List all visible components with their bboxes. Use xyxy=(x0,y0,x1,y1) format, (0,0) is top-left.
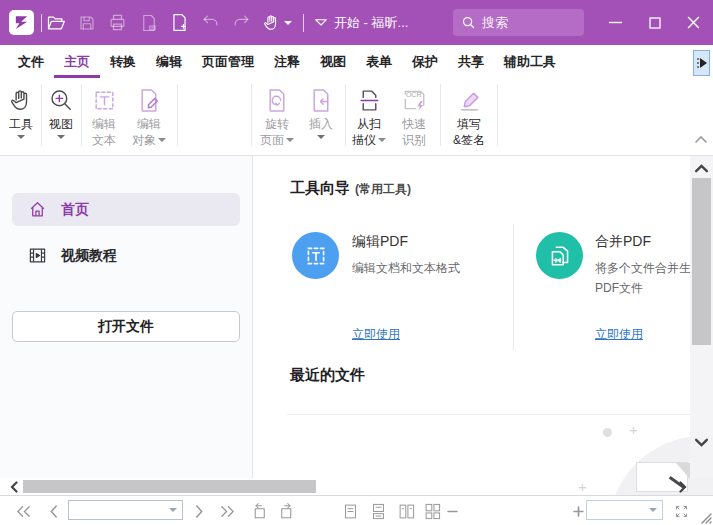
insert-pages-icon xyxy=(309,84,334,116)
insert-label: 插入 xyxy=(309,116,333,132)
tab-convert[interactable]: 转换 xyxy=(100,45,146,78)
open-file-icon[interactable] xyxy=(40,0,71,45)
edit-pdf-use-now-link[interactable]: 立即使用 xyxy=(352,326,400,343)
continuous-view-button[interactable] xyxy=(366,496,390,525)
facing-continuous-view-button[interactable] xyxy=(420,496,444,525)
horizontal-scrollbar[interactable]: + xyxy=(0,478,713,495)
first-page-button[interactable] xyxy=(12,496,34,525)
redo-icon[interactable] xyxy=(226,0,257,45)
close-document-icon[interactable] xyxy=(133,0,164,45)
hand-tool-icon xyxy=(8,84,34,116)
tab-view[interactable]: 视图 xyxy=(310,45,356,78)
tab-file[interactable]: 文件 xyxy=(8,45,54,78)
ribbon-mode-icon[interactable] xyxy=(312,13,330,31)
scroll-down-icon[interactable] xyxy=(694,437,709,448)
merge-pdf-card-icon[interactable] xyxy=(536,232,583,279)
print-icon[interactable] xyxy=(102,0,133,45)
sidebar-item-video-tutorials[interactable]: 视频教程 xyxy=(12,239,240,272)
quick-ocr-label-line2: 识别 xyxy=(402,132,426,148)
page-number-input[interactable] xyxy=(69,503,169,517)
rotate-right-button[interactable] xyxy=(274,496,300,525)
home-icon xyxy=(28,200,47,219)
merge-pdf-card-title[interactable]: 合并PDF xyxy=(595,233,651,251)
tab-accessibility[interactable]: 辅助工具 xyxy=(494,45,566,78)
zoom-level-input[interactable] xyxy=(587,503,649,517)
rotate-pages-button[interactable]: 旋转 页面 xyxy=(255,84,299,148)
create-pdf-icon[interactable] xyxy=(164,0,195,45)
scroll-right-icon[interactable] xyxy=(678,481,688,493)
save-icon[interactable] xyxy=(71,0,102,45)
edit-text-icon xyxy=(92,84,117,116)
search-box[interactable] xyxy=(453,9,584,36)
tab-page-manage[interactable]: 页面管理 xyxy=(192,45,264,78)
vertical-scrollbar[interactable] xyxy=(690,156,713,478)
tab-form[interactable]: 表单 xyxy=(356,45,402,78)
from-scanner-label-line1: 从扫 xyxy=(357,116,381,132)
tab-overflow-button[interactable] xyxy=(693,50,710,76)
edit-pdf-card-title[interactable]: 编辑PDF xyxy=(352,233,408,251)
edit-object-button[interactable]: 编辑 对象 xyxy=(127,84,171,148)
view-zoom-button[interactable]: 视图 xyxy=(42,84,80,139)
tab-share[interactable]: 共享 xyxy=(448,45,494,78)
card-divider xyxy=(513,224,514,350)
tab-home[interactable]: 主页 xyxy=(54,45,100,78)
scroll-left-icon[interactable] xyxy=(9,481,19,493)
from-scanner-button[interactable]: 从扫 描仪 xyxy=(348,84,390,148)
tool-guide-title: 工具向导 xyxy=(290,179,350,198)
fill-sign-button[interactable]: 填写 &签名 xyxy=(444,84,494,148)
insert-pages-button[interactable]: 插入 xyxy=(301,84,341,139)
ribbon-group-divider xyxy=(440,84,441,146)
dropdown-caret-icon xyxy=(378,138,386,142)
chevron-right-icon xyxy=(700,58,707,68)
zoom-level-box[interactable] xyxy=(586,500,663,520)
previous-page-button[interactable] xyxy=(44,496,62,525)
open-file-button[interactable]: 打开文件 xyxy=(12,311,240,342)
page-number-box[interactable] xyxy=(68,500,183,520)
quick-ocr-button[interactable]: OCR 快速 识别 xyxy=(392,84,436,148)
sidebar-item-home[interactable]: 首页 xyxy=(12,193,240,226)
edit-text-button[interactable]: 编辑 文本 xyxy=(83,84,125,148)
tools-button[interactable]: 工具 xyxy=(1,84,41,139)
rotate-pages-icon xyxy=(265,84,290,116)
search-input[interactable] xyxy=(482,15,576,30)
page-number-caret-icon xyxy=(169,508,177,512)
tool-guide-subtitle: (常用工具) xyxy=(355,181,411,198)
vertical-scrollbar-thumb[interactable] xyxy=(692,178,711,345)
rotate-pages-label-line1: 旋转 xyxy=(265,116,289,132)
decorative-plus: + xyxy=(629,424,638,436)
zoom-out-button[interactable] xyxy=(444,496,460,525)
magnifier-plus-icon xyxy=(48,84,74,116)
rotate-left-button[interactable] xyxy=(246,496,272,525)
open-file-button-label: 打开文件 xyxy=(98,318,154,336)
merge-pdf-use-now-link[interactable]: 立即使用 xyxy=(595,326,643,343)
edit-pdf-card-icon[interactable] xyxy=(292,232,339,279)
ribbon-group-divider xyxy=(177,84,178,146)
facing-view-button[interactable] xyxy=(394,496,418,525)
last-page-button[interactable] xyxy=(216,496,238,525)
minimize-button[interactable] xyxy=(596,0,635,45)
window-resize-grip[interactable] xyxy=(698,510,712,524)
tab-edit[interactable]: 编辑 xyxy=(146,45,192,78)
tab-comment[interactable]: 注释 xyxy=(264,45,310,78)
close-button[interactable] xyxy=(674,0,713,45)
horizontal-scrollbar-thumb[interactable] xyxy=(23,480,316,493)
dropdown-caret-icon xyxy=(286,138,294,142)
hand-tool-icon[interactable] xyxy=(257,0,297,45)
tools-label: 工具 xyxy=(9,116,33,132)
fullscreen-button[interactable] xyxy=(669,496,693,525)
titlebar-divider xyxy=(303,14,304,32)
zoom-in-button[interactable] xyxy=(570,496,586,525)
single-page-view-button[interactable] xyxy=(338,496,362,525)
undo-icon[interactable] xyxy=(195,0,226,45)
ribbon-group-divider xyxy=(497,84,498,146)
edit-object-label-line1: 编辑 xyxy=(137,116,161,132)
window-controls xyxy=(596,0,713,45)
collapse-ribbon-button[interactable] xyxy=(694,134,708,146)
maximize-button[interactable] xyxy=(635,0,674,45)
scroll-up-icon[interactable] xyxy=(694,163,709,174)
next-page-button[interactable] xyxy=(190,496,208,525)
tab-protect[interactable]: 保护 xyxy=(402,45,448,78)
recent-files-divider xyxy=(287,414,690,415)
search-icon xyxy=(461,15,476,30)
hand-tool-caret-icon xyxy=(284,21,292,25)
